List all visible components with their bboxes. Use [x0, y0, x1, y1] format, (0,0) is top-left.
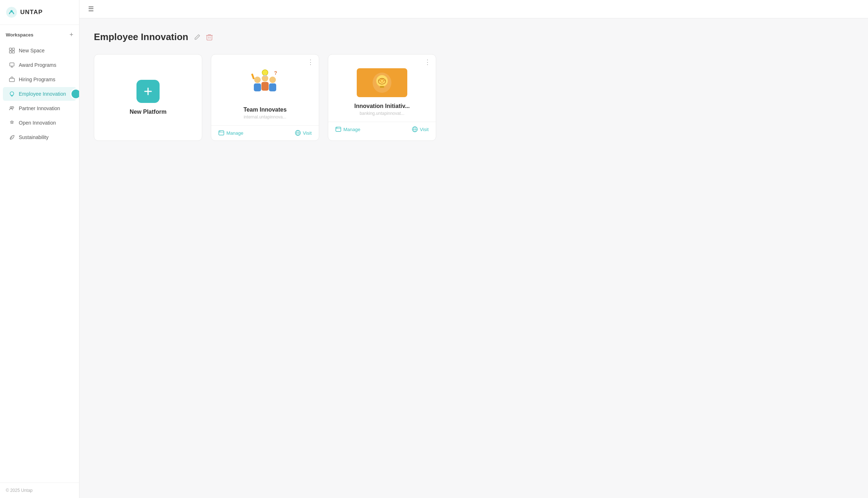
sidebar-item-employee-innovation[interactable]: Employee Innovation — [3, 87, 76, 101]
content-area: Employee Innovation — [79, 18, 868, 498]
svg-text:?: ? — [274, 70, 277, 76]
platform-card-team-innovates: ⋮ — [211, 54, 319, 141]
card-image-initiative — [328, 65, 436, 103]
card-menu-button-team-innovates[interactable]: ⋮ — [307, 59, 314, 65]
visit-button-initiative[interactable]: Visit — [412, 126, 429, 132]
manage-label-initiative: Manage — [343, 127, 360, 132]
edit-icon — [194, 34, 201, 41]
visit-icon — [295, 130, 301, 136]
visit-label-initiative: Visit — [420, 127, 429, 132]
leaf-icon — [9, 134, 15, 140]
svg-point-33 — [220, 131, 220, 132]
sidebar-item-partner-label: Partner Innovation — [19, 105, 60, 111]
card-body-team-innovates: Team Innovates internal.untapinnova... — [211, 107, 319, 125]
sidebar-item-sustainability[interactable]: Sustainability — [3, 130, 76, 144]
sidebar-item-new-space[interactable]: New Space — [3, 44, 76, 57]
sidebar-nav: New Space Award Programs Hiring Progr — [0, 42, 79, 482]
sidebar-item-partner-innovation[interactable]: Partner Innovation — [3, 101, 76, 115]
card-name-team-innovates: Team Innovates — [218, 107, 312, 113]
sidebar-item-open-label: Open Innovation — [19, 120, 56, 126]
manage-button-initiative[interactable]: Manage — [335, 126, 360, 132]
card-menu-area-initiative: ⋮ — [328, 55, 436, 65]
initiative-banner — [357, 68, 407, 97]
manage-icon-initiative — [335, 126, 341, 132]
cards-grid: New Platform ⋮ — [94, 54, 854, 141]
new-platform-label: New Platform — [130, 109, 166, 115]
svg-rect-4 — [9, 51, 12, 53]
card-body-initiative: Innovation Initiativ... banking.untapinn… — [328, 103, 436, 122]
main-content: ☰ Employee Innovation — [79, 0, 868, 498]
svg-rect-30 — [251, 73, 255, 79]
svg-rect-26 — [269, 83, 276, 91]
workspaces-header: Workspaces + — [0, 25, 79, 42]
platform-card-innovation-initiative: ⋮ — [328, 54, 436, 141]
svg-point-25 — [269, 77, 276, 83]
sidebar-footer: © 2025 Untap — [0, 482, 79, 498]
sidebar-item-award-label: Award Programs — [19, 62, 56, 68]
plus-icon — [143, 86, 153, 96]
sidebar-item-hiring-programs[interactable]: Hiring Programs — [3, 73, 76, 86]
svg-point-42 — [381, 80, 383, 82]
card-image-team-innovates: ? — [211, 65, 319, 107]
svg-rect-6 — [10, 63, 14, 66]
page-header: Employee Innovation — [94, 31, 854, 43]
trash-icon — [206, 34, 213, 41]
open-icon — [9, 120, 15, 126]
logo-icon — [6, 7, 17, 18]
svg-rect-3 — [12, 48, 14, 50]
svg-point-27 — [262, 70, 268, 75]
sidebar-item-employee-innovation-wrapper: Employee Innovation — [0, 87, 79, 101]
manage-button-team-innovates[interactable]: Manage — [218, 130, 243, 136]
visit-icon-initiative — [412, 126, 418, 132]
svg-rect-24 — [261, 82, 269, 91]
delete-button[interactable] — [206, 34, 213, 41]
new-platform-button[interactable] — [136, 80, 160, 103]
sidebar-item-new-space-label: New Space — [19, 48, 45, 53]
manage-icon — [218, 130, 224, 136]
card-name-initiative: Innovation Initiativ... — [335, 103, 429, 109]
add-workspace-button[interactable]: + — [69, 31, 73, 38]
card-actions-initiative: Manage Visit — [328, 122, 436, 137]
sidebar: UNTAP Workspaces + New Space — [0, 0, 79, 498]
svg-rect-9 — [9, 78, 14, 82]
svg-point-21 — [254, 77, 261, 83]
logo-area: UNTAP — [0, 0, 79, 25]
visit-label-team-innovates: Visit — [303, 130, 312, 136]
svg-rect-40 — [380, 86, 384, 88]
workspaces-label: Workspaces — [6, 32, 33, 38]
edit-button[interactable] — [194, 34, 201, 41]
svg-rect-5 — [12, 51, 14, 53]
topbar: ☰ — [79, 0, 868, 18]
page-title: Employee Innovation — [94, 31, 188, 43]
sidebar-item-open-innovation[interactable]: Open Innovation — [3, 116, 76, 130]
active-indicator — [70, 88, 79, 99]
svg-point-13 — [12, 107, 14, 108]
svg-rect-2 — [9, 48, 12, 50]
svg-point-1 — [10, 10, 13, 12]
sidebar-item-employee-label: Employee Innovation — [19, 91, 66, 97]
card-menu-button-initiative[interactable]: ⋮ — [424, 59, 431, 65]
sidebar-item-hiring-label: Hiring Programs — [19, 77, 55, 82]
partner-icon — [9, 105, 15, 112]
briefcase-icon — [9, 76, 15, 83]
team-innovates-image: ? — [249, 68, 281, 101]
svg-point-45 — [337, 127, 337, 128]
visit-button-team-innovates[interactable]: Visit — [295, 130, 312, 136]
new-platform-card[interactable]: New Platform — [94, 54, 202, 141]
card-menu-area: ⋮ — [211, 55, 319, 65]
sidebar-item-sustainability-label: Sustainability — [19, 134, 49, 140]
bulb-icon — [9, 91, 15, 97]
logo-text: UNTAP — [20, 9, 43, 16]
svg-rect-15 — [207, 35, 212, 40]
card-actions-team-innovates: Manage Visit — [211, 125, 319, 140]
sidebar-item-award-programs[interactable]: Award Programs — [3, 58, 76, 72]
svg-rect-22 — [254, 83, 261, 91]
hamburger-button[interactable]: ☰ — [88, 5, 94, 13]
card-url-initiative: banking.untapinnovat... — [335, 111, 429, 116]
card-url-team-innovates: internal.untapinnova... — [218, 114, 312, 120]
award-icon — [9, 62, 15, 68]
manage-label-team-innovates: Manage — [226, 130, 243, 136]
svg-rect-28 — [264, 75, 266, 77]
grid-icon — [9, 47, 15, 54]
